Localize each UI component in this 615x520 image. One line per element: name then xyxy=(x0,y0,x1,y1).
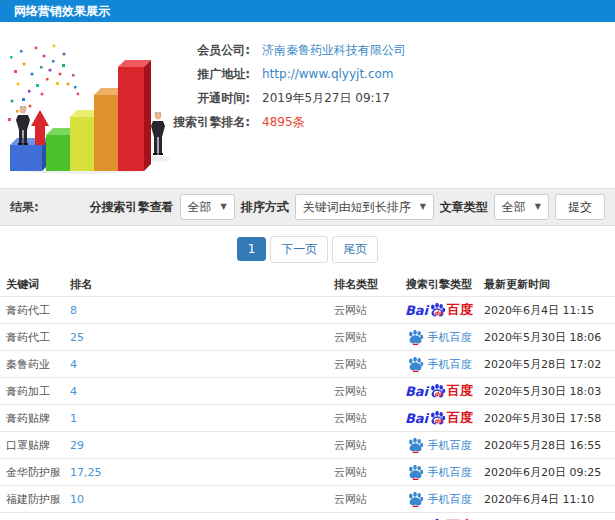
rank-link[interactable]: 4 xyxy=(70,385,77,398)
baidu-logo: Baidu百度 xyxy=(405,301,473,319)
rankings-table: 关键词 排名 排名类型 搜索引擎类型 最新更新时间 膏药代工 8 云网站 Bai… xyxy=(0,272,615,520)
article-type-label: 文章类型 xyxy=(440,199,488,216)
bar-red xyxy=(118,60,151,171)
caret-down-icon: ▼ xyxy=(420,203,426,211)
col-rank-type: 排名类型 xyxy=(334,277,394,292)
mobile-baidu-logo: 手机百度 xyxy=(407,356,472,372)
promo-url-link[interactable]: http://www.qlyyjt.com xyxy=(262,67,394,81)
table-header-row: 关键词 排名 排名类型 搜索引擎类型 最新更新时间 xyxy=(0,272,615,296)
filter-bar: 结果: 分搜索引擎查看 全部 ▼ 排序方式 关键词由短到长排序 ▼ 文章类型 全… xyxy=(0,188,615,226)
baidu-logo: Baidu百度 xyxy=(405,382,473,400)
page-1-button[interactable]: 1 xyxy=(237,237,267,261)
member-company-label: 会员公司: xyxy=(158,42,250,59)
col-updated: 最新更新时间 xyxy=(484,277,615,292)
table-row: 膏药代工 8 云网站 Baidu百度 2020年6月4日 11:15 xyxy=(0,296,615,323)
member-info: 会员公司: 济南秦鲁药业科技有限公司 推广地址: http://www.qlyy… xyxy=(158,38,608,134)
rank-type-cell: 云网站 xyxy=(334,492,394,507)
updated-cell: 2020年6月4日 11:15 xyxy=(484,303,615,318)
table-row: 秦鲁药业 4 云网站 手机百度 2020年5月28日 17:02 xyxy=(0,350,615,377)
rank-link[interactable]: 10 xyxy=(70,493,84,506)
table-body: 膏药代工 8 云网站 Baidu百度 2020年6月4日 11:15 膏药代工 … xyxy=(0,296,615,520)
rank-type-cell: 云网站 xyxy=(334,465,394,480)
col-keyword: 关键词 xyxy=(0,277,70,292)
keyword-cell: 膏药贴牌 xyxy=(0,411,70,426)
baidu-paw-icon: du xyxy=(429,410,446,426)
rank-type-cell: 云网站 xyxy=(334,438,394,453)
rank-type-cell: 云网站 xyxy=(334,411,394,426)
page-title: 网络营销效果展示 xyxy=(0,0,615,22)
rank-link[interactable]: 25 xyxy=(70,331,84,344)
updated-cell: 2020年5月30日 18:03 xyxy=(484,384,615,399)
engine-cell: 手机百度 xyxy=(394,437,484,453)
ranking-count-value: 4895条 xyxy=(262,114,305,131)
table-row: Baidu百度 xyxy=(0,512,615,520)
last-page-button[interactable]: 尾页 xyxy=(332,236,378,263)
sort-filter-select[interactable]: 关键词由短到长排序 ▼ xyxy=(295,194,434,220)
promo-url-label: 推广地址: xyxy=(158,66,250,83)
open-time-value: 2019年5月27日 09:17 xyxy=(262,90,390,107)
baidu-paw-icon xyxy=(407,437,424,453)
col-rank: 排名 xyxy=(70,277,334,292)
baidu-paw-icon: du xyxy=(429,302,446,318)
engine-cell: Baidu百度 xyxy=(394,382,484,400)
result-label: 结果: xyxy=(10,199,39,216)
table-row: 金华防护服 17,25 云网站 手机百度 2020年6月20日 09:25 xyxy=(0,458,615,485)
rank-type-cell: 云网站 xyxy=(334,330,394,345)
engine-cell: 手机百度 xyxy=(394,329,484,345)
submit-button[interactable]: 提交 xyxy=(555,194,605,220)
rank-link[interactable]: 8 xyxy=(70,304,77,317)
svg-text:du: du xyxy=(434,309,443,316)
baidu-paw-icon xyxy=(407,329,424,345)
baidu-paw-icon xyxy=(407,356,424,372)
bar-chart-illustration xyxy=(2,26,172,176)
open-time-label: 开通时间: xyxy=(158,90,250,107)
keyword-cell: 膏药代工 xyxy=(0,330,70,345)
baidu-logo: Baidu百度 xyxy=(405,409,473,427)
rank-link[interactable]: 29 xyxy=(70,439,84,452)
svg-text:du: du xyxy=(434,417,443,424)
rank-link[interactable]: 4 xyxy=(70,358,77,371)
ranking-count-label: 搜索引擎排名: xyxy=(158,114,250,131)
rank-type-cell: 云网站 xyxy=(334,303,394,318)
updated-cell: 2020年5月30日 18:06 xyxy=(484,330,615,345)
sort-filter-label: 排序方式 xyxy=(241,199,289,216)
mobile-baidu-logo: 手机百度 xyxy=(407,464,472,480)
article-type-select[interactable]: 全部 ▼ xyxy=(494,194,549,220)
keyword-cell: 膏药加工 xyxy=(0,384,70,399)
next-page-button[interactable]: 下一页 xyxy=(270,236,328,263)
keyword-cell: 福建防护服 xyxy=(0,492,70,507)
keyword-cell: 膏药代工 xyxy=(0,303,70,318)
member-company-link[interactable]: 济南秦鲁药业科技有限公司 xyxy=(262,42,406,59)
col-engine-type: 搜索引擎类型 xyxy=(394,277,484,292)
mobile-baidu-logo: 手机百度 xyxy=(407,329,472,345)
keyword-cell: 口罩贴牌 xyxy=(0,438,70,453)
baidu-paw-icon xyxy=(407,491,424,507)
updated-cell: 2020年6月4日 11:10 xyxy=(484,492,615,507)
engine-cell: 手机百度 xyxy=(394,464,484,480)
mobile-baidu-logo: 手机百度 xyxy=(407,491,472,507)
engine-filter-label: 分搜索引擎查看 xyxy=(90,199,174,216)
baidu-paw-icon: du xyxy=(429,383,446,399)
engine-cell: 手机百度 xyxy=(394,356,484,372)
mobile-baidu-logo: 手机百度 xyxy=(407,437,472,453)
updated-cell: 2020年5月28日 16:55 xyxy=(484,438,615,453)
rank-link[interactable]: 1 xyxy=(70,412,77,425)
engine-cell: Baidu百度 xyxy=(394,409,484,427)
table-row: 口罩贴牌 29 云网站 手机百度 2020年5月28日 16:55 xyxy=(0,431,615,458)
engine-filter-select[interactable]: 全部 ▼ xyxy=(180,194,235,220)
updated-cell: 2020年5月30日 17:58 xyxy=(484,411,615,426)
rank-link[interactable]: 17,25 xyxy=(70,466,102,479)
rank-type-cell: 云网站 xyxy=(334,357,394,372)
keyword-cell: 金华防护服 xyxy=(0,465,70,480)
rank-type-cell: 云网站 xyxy=(334,384,394,399)
updated-cell: 2020年5月28日 17:02 xyxy=(484,357,615,372)
engine-cell: Baidu百度 xyxy=(394,301,484,319)
engine-cell: 手机百度 xyxy=(394,491,484,507)
baidu-paw-icon xyxy=(407,464,424,480)
table-row: 福建防护服 10 云网站 手机百度 2020年6月4日 11:10 xyxy=(0,485,615,512)
info-section: 会员公司: 济南秦鲁药业科技有限公司 推广地址: http://www.qlyy… xyxy=(0,22,615,188)
keyword-cell: 秦鲁药业 xyxy=(0,357,70,372)
pagination: 1 下一页 尾页 xyxy=(0,226,615,272)
table-row: 膏药加工 4 云网站 Baidu百度 2020年5月30日 18:03 xyxy=(0,377,615,404)
svg-text:du: du xyxy=(434,390,443,397)
